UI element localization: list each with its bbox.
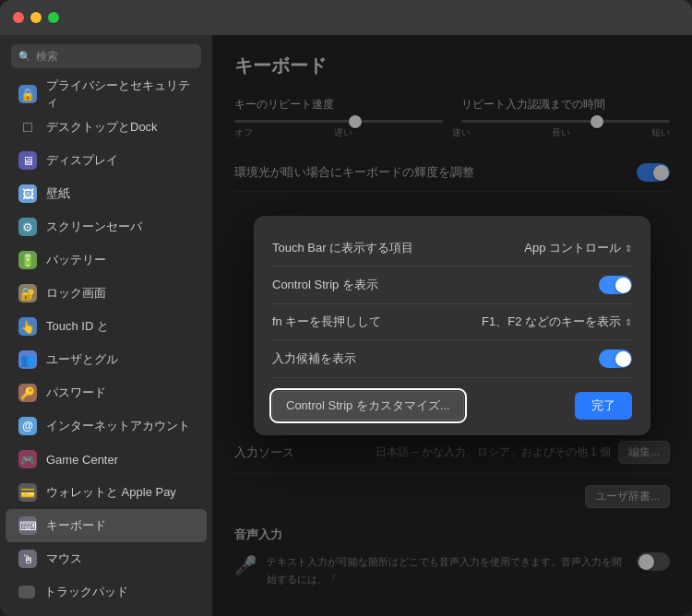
internet-icon: @ [18,417,37,435]
sidebar-item-display[interactable]: 🖥 ディスプレイ [6,144,207,177]
sidebar-item-wallet[interactable]: 💳 ウォレットと Apple Pay [6,476,207,509]
display-icon: 🖥 [18,151,37,170]
input-candidates-label: 入力候補を表示 [272,350,356,367]
touchbar-dropdown-icon: ⇕ [625,243,632,254]
sidebar-item-users[interactable]: 👥 ユーザとグル [6,343,207,376]
wallet-icon: 💳 [18,483,37,502]
sidebar-item-lock[interactable]: 🔐 ロック画面 [6,277,207,310]
sidebar-label-display: ディスプレイ [46,152,118,169]
sidebar-item-desktop[interactable]: □ デスクトップとDock [6,111,207,144]
fn-label: fn キーを長押しして [272,314,381,330]
fn-row: fn キーを長押しして F1、F2 などのキーを表示 ⇕ [272,304,632,340]
modal-footer: Control Strip をカスタマイズ... 完了 [272,391,632,421]
sidebar-item-keyboard[interactable]: ⌨ キーボード [6,509,207,542]
sidebar-item-screensaver[interactable]: ⚙ スクリーンセーバ [6,210,207,243]
minimize-button[interactable] [30,12,42,23]
sidebar-label-mouse: マウス [46,551,82,567]
trackpad-icon [18,586,35,598]
search-icon: 🔍 [18,51,31,63]
fn-value-text: F1、F2 などのキーを表示 [482,314,621,330]
users-icon: 👥 [18,350,37,369]
touchbar-row: Touch Bar に表示する項目 App コントロール ⇕ [272,231,632,267]
keyboard-icon: ⌨ [18,516,37,535]
input-candidates-row: 入力候補を表示 [272,340,632,378]
search-placeholder: 検索 [36,49,58,65]
sidebar-item-touchid[interactable]: 👆 Touch ID と [6,310,207,343]
input-candidates-toggle-knob [615,351,631,367]
sidebar-item-privacy[interactable]: 🔒 プライバシーとセキュリティ [6,77,207,111]
maximize-button[interactable] [48,12,59,23]
traffic-lights [13,12,59,23]
privacy-icon: 🔒 [18,85,37,103]
search-bar[interactable]: 🔍 検索 [11,44,201,68]
sidebar-item-wallpaper[interactable]: 🖼 壁紙 [6,177,207,210]
screensaver-icon: ⚙ [18,218,37,236]
sidebar-item-internet[interactable]: @ インターネットアカウント [6,409,207,443]
touchbar-label: Touch Bar に表示する項目 [272,240,413,256]
battery-icon: 🔋 [18,251,37,269]
touchbar-value-text: App コントロール [524,240,621,256]
desktop-icon: □ [18,118,37,136]
sidebar-item-battery[interactable]: 🔋 バッテリー [6,243,207,277]
sidebar-label-screensaver: スクリーンセーバ [46,219,142,235]
sidebar-label-lock: ロック画面 [46,285,106,302]
fn-dropdown-icon: ⇕ [625,317,632,327]
sidebar-label-users: ユーザとグル [46,351,118,368]
sidebar-label-desktop: デスクトップとDock [46,119,158,136]
sidebar-item-mouse[interactable]: 🖱 マウス [6,542,207,575]
sidebar-label-trackpad: トラックパッド [44,584,128,600]
lock-icon: 🔐 [18,284,37,302]
touchbar-value: App コントロール ⇕ [524,240,632,256]
sidebar: 🔍 検索 🔒 プライバシーとセキュリティ □ デスクトップとDock 🖥 ディス… [0,35,212,616]
sidebar-label-wallpaper: 壁紙 [46,185,70,202]
modal-overlay: Touch Bar に表示する項目 App コントロール ⇕ Control S… [212,35,692,616]
content-area: 🔍 検索 🔒 プライバシーとセキュリティ □ デスクトップとDock 🖥 ディス… [0,35,692,616]
controlstrip-row: Control Strip を表示 [272,267,632,304]
customize-button[interactable]: Control Strip をカスタマイズ... [272,391,464,421]
main-panel: キーボード キーのリピート速度 リピート入力認識までの時間 オフ [212,35,692,616]
controlstrip-toggle-knob [615,278,631,293]
sidebar-label-battery: バッテリー [46,252,106,268]
sidebar-label-password: パスワード [46,385,106,401]
controlstrip-toggle[interactable] [599,276,632,294]
sidebar-label-privacy: プライバシーとセキュリティ [46,77,194,111]
sidebar-label-wallet: ウォレットと Apple Pay [46,484,176,501]
gamecenter-icon: 🎮 [18,450,37,468]
main-window: 🔍 検索 🔒 プライバシーとセキュリティ □ デスクトップとDock 🖥 ディス… [0,0,692,616]
password-icon: 🔑 [18,384,37,402]
titlebar [0,0,692,35]
mouse-icon: 🖱 [18,550,37,568]
close-button[interactable] [13,12,24,23]
sidebar-item-trackpad[interactable]: トラックパッド [6,575,207,609]
sidebar-item-gamecenter[interactable]: 🎮 Game Center [6,443,207,476]
sidebar-label-keyboard: キーボード [46,517,106,534]
touchid-icon: 👆 [18,317,37,336]
sidebar-label-internet: インターネットアカウント [46,418,190,434]
wallpaper-icon: 🖼 [18,184,37,203]
sidebar-item-password[interactable]: 🔑 パスワード [6,376,207,409]
modal-dialog: Touch Bar に表示する項目 App コントロール ⇕ Control S… [254,216,650,435]
sidebar-label-gamecenter: Game Center [46,453,118,467]
input-candidates-toggle[interactable] [599,349,632,368]
done-button[interactable]: 完了 [575,392,632,420]
controlstrip-label: Control Strip を表示 [272,277,378,293]
fn-value: F1、F2 などのキーを表示 ⇕ [482,314,632,330]
sidebar-label-touchid: Touch ID と [46,318,109,335]
